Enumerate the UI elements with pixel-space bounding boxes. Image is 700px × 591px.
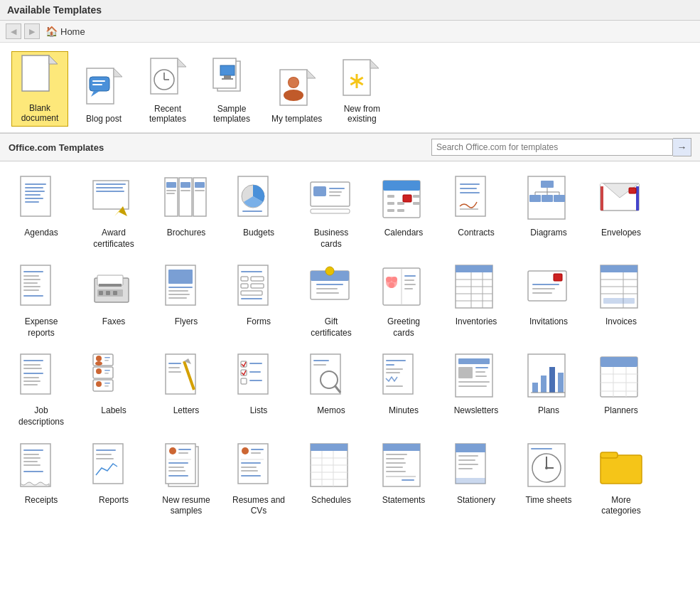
svg-point-167 [96,356,102,361]
svg-point-280 [545,467,548,469]
top-item-my-templates[interactable]: My templates [267,63,326,127]
grid-item-budgets[interactable]: Budgets [223,169,294,256]
svg-rect-148 [532,292,552,294]
award-certificates-label: Award certificates [93,228,134,250]
svg-marker-10 [178,58,186,67]
grid-item-forms[interactable]: Forms [223,257,294,345]
svg-rect-107 [168,270,193,284]
labels-label: Labels [101,405,126,417]
grid-item-agendas[interactable]: Agendas [6,169,77,256]
grid-item-expense-reports[interactable]: Expense reports [6,257,77,345]
svg-point-170 [96,381,102,387]
sample-templates-label: Sample templates [213,104,250,124]
grid-item-calendars[interactable]: Calendars [368,169,439,256]
svg-rect-95 [23,282,38,284]
office-com-title: Office.com Templates [9,142,104,153]
flyers-label: Flyers [175,316,198,328]
grid-item-lists[interactable]: Lists [223,346,294,434]
search-button[interactable]: → [673,138,691,156]
svg-rect-262 [386,454,407,455]
grid-item-faxes[interactable]: Faxes [78,257,149,345]
top-item-sample-templates[interactable]: Sample templates [203,53,260,127]
page-title: Available Templates [7,4,102,16]
svg-rect-37 [96,183,126,185]
grid-item-flyers[interactable]: Flyers [151,257,222,345]
grid-item-plans[interactable]: Plans [513,346,584,434]
svg-rect-113 [241,271,262,272]
svg-rect-94 [23,279,41,280]
grid-item-invoices[interactable]: Invoices [586,257,657,345]
svg-rect-31 [25,187,43,188]
svg-rect-160 [23,373,43,374]
svg-rect-66 [397,202,404,205]
top-item-new-from-existing[interactable]: New from existing [333,53,390,127]
grid-item-job-descriptions[interactable]: Job descriptions [6,346,77,434]
svg-rect-132 [404,275,416,277]
grid-item-statements[interactable]: Statements [368,436,439,523]
new-from-existing-label: New from existing [344,104,380,124]
grid-item-stationery[interactable]: Stationery [441,436,512,523]
agendas-label: Agendas [24,228,58,239]
letters-label: Letters [173,405,200,417]
svg-rect-231 [96,454,112,455]
grid-item-inventories[interactable]: Inventories [441,257,512,345]
my-templates-label: My templates [271,114,322,124]
contracts-icon [451,175,501,225]
grid-item-envelopes[interactable]: Envelopes [586,169,657,256]
forward-button[interactable]: ▶ [24,23,40,39]
top-item-recent-templates[interactable]: Recent templates [139,53,196,127]
home-icon: 🏠 [45,26,58,37]
grid-item-planners[interactable]: Planners [586,346,657,434]
grid-item-business-cards[interactable]: Business cards [296,169,367,256]
svg-rect-282 [601,455,642,484]
svg-rect-253 [311,444,348,451]
svg-rect-56 [313,186,326,196]
svg-rect-241 [168,470,185,472]
grid-item-minutes[interactable]: Minutes [368,346,439,434]
grid-item-resumes-and-cvs[interactable]: Resumes and CVs [223,436,294,523]
grid-item-time-sheets[interactable]: Time sheets [513,436,584,523]
svg-rect-188 [249,371,261,373]
grid-item-invitations[interactable]: Invitations [513,257,584,345]
svg-rect-236 [178,449,191,450]
search-input[interactable] [431,139,673,156]
grid-item-gift-certificates[interactable]: Gift certificates [296,257,367,345]
grid-item-labels[interactable]: Labels [78,346,149,434]
svg-rect-74 [460,192,480,193]
grid-item-schedules[interactable]: Schedules [296,436,367,523]
svg-rect-59 [329,195,340,196]
svg-rect-175 [104,383,110,384]
svg-rect-51 [195,190,205,191]
svg-rect-270 [456,444,485,452]
grid-item-diagrams[interactable]: Diagrams [513,169,584,256]
svg-rect-224 [23,454,39,455]
svg-rect-30 [25,183,46,185]
grid-item-memos[interactable]: Memos [296,346,367,434]
statements-label: Statements [382,495,426,506]
top-item-blog-post[interactable]: Blog post [75,63,132,127]
svg-rect-268 [402,479,414,481]
forms-icon [234,264,284,314]
svg-rect-173 [104,370,110,371]
grid-item-letters[interactable]: Letters [151,346,222,434]
grid-item-award-certificates[interactable]: Award certificates [78,169,149,256]
back-button[interactable]: ◀ [6,23,21,39]
grid-item-receipts[interactable]: Receipts [6,436,77,523]
svg-rect-124 [316,288,338,289]
grid-item-contracts[interactable]: Contracts [441,169,512,256]
svg-rect-245 [251,449,264,450]
grid-item-reports[interactable]: Reports [78,436,149,523]
grid-item-new-resume-samples[interactable]: New resume samples [151,436,222,523]
brochures-icon [161,175,211,225]
planners-icon [596,353,646,403]
grid-item-greeting-cards[interactable]: Greeting cards [368,257,439,345]
time-sheets-icon [524,442,574,492]
svg-rect-163 [23,384,38,385]
grid-item-newsletters[interactable]: Newsletters [441,346,512,434]
grid-item-more-categories[interactable]: More categories [586,436,657,523]
top-item-blank-document[interactable]: Blank document [11,51,68,127]
svg-rect-17 [224,75,231,78]
svg-rect-271 [458,455,478,457]
grid-item-brochures[interactable]: Brochures [151,169,222,256]
svg-rect-272 [458,459,475,461]
